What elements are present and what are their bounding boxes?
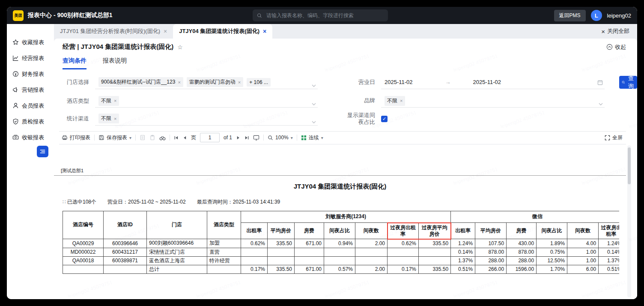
continuous-view-control[interactable]: 连续 ▾: [301, 134, 323, 141]
sidebar-item-label: 质检报表: [22, 118, 44, 126]
highlighted-column-header: 过夜房出租率: [388, 223, 419, 239]
tab-close-icon[interactable]: ×: [263, 28, 266, 35]
show-channel-ratio-checkbox[interactable]: ✓: [381, 116, 388, 122]
chevron-down-icon: [599, 99, 603, 107]
toolbar-separator: [94, 135, 95, 141]
table-cell: 4.00: [567, 239, 599, 248]
brand-field[interactable]: 不限 ×: [381, 94, 605, 108]
copy-page-button[interactable]: [149, 135, 155, 141]
table-cell: [268, 248, 295, 256]
sidebar-item-7[interactable]: 收银报表: [7, 129, 54, 145]
hotel-type-field[interactable]: 不限 ×: [95, 94, 318, 108]
store-tag: 900&&别样红测试--试门店__123 ×: [98, 77, 183, 87]
date-start[interactable]: 2025-11-02: [385, 79, 413, 85]
cashier-icon: [12, 134, 19, 141]
printer-icon: [62, 135, 68, 141]
table-cell: 600389871: [104, 256, 147, 265]
report-viewer: [测试总部1 JTJY04 集团渠道统计报表(固化) ∷ 已选中108个 营业日…: [54, 144, 626, 300]
close-all-tabs[interactable]: × 关闭全部: [601, 27, 637, 35]
sidebar-item-1[interactable]: 收藏报表: [7, 34, 54, 50]
tab-report-description[interactable]: 报表说明: [103, 57, 127, 69]
table-cell: QA00018: [63, 256, 104, 265]
close-all-label: 关闭全部: [607, 27, 629, 35]
grid-dots-icon: ∷: [63, 199, 66, 205]
sidebar-item-4[interactable]: 营销报表: [7, 82, 54, 98]
sidebar-item-label: 收银报表: [22, 134, 44, 141]
store-more-tag[interactable]: + 106 ...: [247, 78, 271, 87]
fullscreen-label: 全屏: [612, 134, 623, 141]
store-select-field[interactable]: 900&&别样红测试--试门店__123 × 雷鹏的测试门店勿动 × + 106…: [95, 76, 318, 89]
query-button[interactable]: 查询: [619, 76, 637, 89]
table-cell: [295, 248, 324, 256]
sidebar-item-label: 会员报表: [22, 102, 44, 110]
table-cell: [63, 265, 104, 273]
favorite-star-icon[interactable]: ☆: [177, 44, 183, 51]
date-range-field[interactable]: 2025-11-02 → 2025-11-02: [381, 76, 605, 89]
prev-page-button[interactable]: [182, 135, 187, 140]
table-cell: 335.50: [419, 239, 451, 248]
table-cell: 宋情情正式门店: [147, 248, 207, 256]
table-cell: 直营: [207, 248, 241, 256]
column-header: 酒店ID: [104, 211, 147, 239]
sidebar-toggle-button[interactable]: [37, 146, 48, 157]
sidebar-item-2[interactable]: 经营报表: [7, 50, 54, 66]
next-page-button[interactable]: [236, 135, 241, 140]
clipboard-icon: [149, 135, 155, 141]
brand-value: 不限: [387, 97, 397, 105]
back-pms-button[interactable]: 返回PMS: [554, 10, 586, 21]
save-report-button[interactable]: 保存报表 ▾: [98, 134, 131, 141]
table-cell: 0.62%: [241, 239, 268, 248]
remove-tag-icon[interactable]: ×: [400, 98, 402, 103]
vertical-scrollbar[interactable]: [627, 145, 631, 298]
table-cell: [355, 256, 388, 265]
collapse-button[interactable]: 收起: [606, 43, 626, 51]
table-cell: 900刘颖600396646: [147, 239, 207, 248]
remove-tag-icon[interactable]: ×: [238, 80, 241, 85]
fit-page-button[interactable]: [253, 135, 259, 141]
table-cell: 335.50: [268, 265, 295, 273]
main-area: JTJY01 集团经营分析报表(时间段)(固化)×JTJY04 集团渠道统计报表…: [54, 24, 637, 299]
last-page-button[interactable]: [244, 135, 249, 140]
table-cell: 1.89%: [537, 239, 567, 248]
table-cell: [388, 248, 419, 256]
channel-field[interactable]: 不限 ×: [95, 112, 318, 126]
fullscreen-button[interactable]: 全屏: [605, 134, 623, 141]
table-cell: 0.17%: [241, 265, 268, 273]
sidebar-item-6[interactable]: 质检报表: [7, 114, 54, 129]
report-tab-1[interactable]: JTJY01 集团经营分析报表(时间段)(固化)×: [54, 24, 173, 39]
table-cell: [241, 256, 268, 265]
page-number-input[interactable]: [200, 133, 220, 142]
global-search[interactable]: [253, 9, 388, 21]
tab-close-icon[interactable]: ×: [164, 28, 167, 35]
sidebar-item-label: 经营报表: [22, 54, 44, 62]
channel-tag: 不限 ×: [98, 114, 119, 123]
avatar[interactable]: L: [591, 10, 602, 21]
scrollbar-thumb[interactable]: [628, 147, 631, 184]
toolbar-separator: [135, 135, 136, 141]
username[interactable]: leipeng02: [607, 12, 631, 19]
calendar-icon[interactable]: [597, 79, 603, 87]
brand-tag: 不限 ×: [385, 96, 405, 106]
search-input[interactable]: [265, 12, 384, 19]
store-select-label: 门店选择: [63, 78, 89, 86]
zoom-control[interactable]: 100% ▾: [268, 135, 293, 141]
remove-tag-icon[interactable]: ×: [114, 98, 116, 103]
table-cell: 0.94%: [324, 239, 355, 248]
first-page-button[interactable]: [174, 135, 179, 140]
date-end[interactable]: 2025-11-02: [473, 79, 501, 85]
sidebar-item-3[interactable]: 财务报表: [7, 66, 54, 82]
caret-down-icon: ▾: [129, 135, 131, 140]
print-report-button[interactable]: 打印报表: [62, 134, 90, 141]
query-tabs: 查询条件 报表说明: [54, 51, 637, 69]
finance-icon: [12, 71, 19, 77]
sidebar-item-5[interactable]: 会员报表: [7, 98, 54, 114]
star-icon: [12, 39, 19, 45]
tab-query-conditions[interactable]: 查询条件: [63, 57, 86, 69]
remove-tag-icon[interactable]: ×: [178, 80, 180, 85]
export-page-button[interactable]: [140, 135, 146, 141]
find-in-report-button[interactable]: [159, 135, 166, 141]
table-cell: [241, 248, 268, 256]
report-tab-2[interactable]: JTJY04 集团渠道统计报表(固化)×: [173, 24, 272, 39]
remove-tag-icon[interactable]: ×: [114, 116, 116, 121]
line-chart-icon: [12, 55, 19, 61]
